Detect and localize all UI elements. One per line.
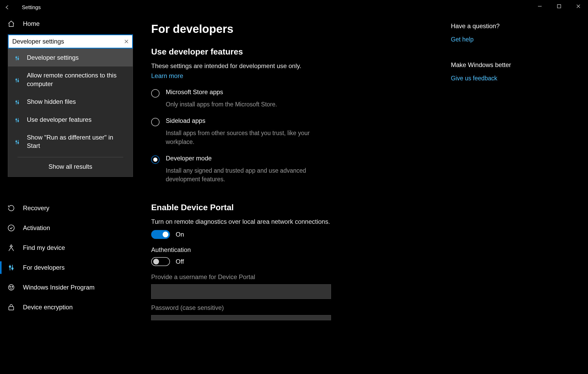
radio-description: Install apps from other sources that you… <box>166 129 327 146</box>
developers-icon <box>7 264 15 272</box>
show-all-results[interactable]: Show all results <box>8 159 133 174</box>
svg-point-13 <box>16 57 17 58</box>
divider <box>17 157 123 157</box>
search-result-item[interactable]: Show hidden files <box>8 93 133 111</box>
maximize-button[interactable] <box>549 0 569 13</box>
username-input[interactable] <box>151 284 331 299</box>
password-label: Password (case sensitive) <box>151 304 572 311</box>
developers-icon <box>14 54 21 61</box>
developers-icon <box>14 138 21 145</box>
svg-rect-10 <box>9 307 14 310</box>
clear-search-button[interactable] <box>121 35 132 48</box>
search-result-label: Allow remote connections to this compute… <box>27 71 127 88</box>
svg-point-30 <box>18 142 19 143</box>
radio-description: Only install apps from the Microsoft Sto… <box>166 100 327 109</box>
feedback-link[interactable]: Give us feedback <box>451 75 497 82</box>
get-help-link[interactable]: Get help <box>451 36 474 43</box>
search-results-dropdown: Developer settings Allow remote connecti… <box>8 49 133 177</box>
search-box[interactable] <box>8 34 133 49</box>
sidebar-item-find-my-device[interactable]: Find my device <box>0 238 141 258</box>
svg-point-5 <box>9 266 11 268</box>
back-button[interactable] <box>0 0 15 15</box>
radio-sideload[interactable]: Sideload apps <box>151 117 572 126</box>
svg-rect-1 <box>558 5 561 8</box>
search-input[interactable] <box>9 38 121 45</box>
radio-icon <box>151 155 160 164</box>
search-result-label: Developer settings <box>27 53 79 62</box>
svg-point-18 <box>18 81 19 82</box>
search-result-item[interactable]: Use developer features <box>8 111 133 129</box>
sidebar-item-label: For developers <box>23 264 65 271</box>
username-label: Provide a username for Device Portal <box>151 273 572 281</box>
learn-more-link[interactable]: Learn more <box>151 72 183 80</box>
developers-icon <box>14 116 21 123</box>
radio-label: Microsoft Store apps <box>166 88 223 96</box>
svg-point-29 <box>16 141 17 142</box>
auth-label: Authentication <box>151 246 572 254</box>
feedback-heading: Make Windows better <box>451 61 560 69</box>
sidebar-item-insider[interactable]: Windows Insider Program <box>0 278 141 297</box>
toggle-state: On <box>176 231 184 238</box>
encryption-icon <box>7 303 15 311</box>
help-heading: Have a question? <box>451 22 560 30</box>
search-result-item[interactable]: Allow remote connections to this compute… <box>8 67 133 93</box>
radio-description: Install any signed and trusted app and u… <box>166 166 327 184</box>
toggle-state: Off <box>176 258 184 265</box>
help-panel: Have a question? Get help Make Windows b… <box>451 22 560 100</box>
svg-point-25 <box>16 119 17 120</box>
recovery-icon <box>7 204 15 212</box>
svg-point-7 <box>9 285 14 290</box>
sidebar-item-recovery[interactable]: Recovery <box>0 198 141 218</box>
svg-point-21 <box>16 101 17 102</box>
svg-point-9 <box>12 286 13 287</box>
window-title: Settings <box>22 4 41 10</box>
titlebar: Settings <box>0 0 588 15</box>
svg-point-26 <box>18 120 19 121</box>
minimize-button[interactable] <box>530 0 549 13</box>
svg-point-14 <box>18 58 19 59</box>
svg-point-17 <box>16 79 17 80</box>
search-result-label: Show hidden files <box>27 98 76 106</box>
svg-point-22 <box>18 102 19 104</box>
radio-icon <box>151 89 160 98</box>
section-title: Enable Device Portal <box>151 203 572 212</box>
search-result-item[interactable]: Show "Run as different user" in Start <box>8 129 133 155</box>
search-result-item[interactable]: Developer settings <box>8 49 133 67</box>
insider-icon <box>7 283 15 291</box>
device-portal-toggle[interactable] <box>151 230 170 239</box>
section-description: Turn on remote diagnostics over local ar… <box>151 218 572 225</box>
radio-developer-mode[interactable]: Developer mode <box>151 155 572 164</box>
sidebar-item-for-developers[interactable]: For developers <box>0 258 141 278</box>
sidebar-item-label: Find my device <box>23 244 65 251</box>
activation-icon <box>7 224 15 232</box>
developers-icon <box>14 98 21 105</box>
search-result-label: Show "Run as different user" in Start <box>27 133 127 150</box>
sidebar: Recovery Activation Find my device For d… <box>0 15 141 374</box>
close-button[interactable] <box>569 0 588 13</box>
sidebar-item-activation[interactable]: Activation <box>0 218 141 238</box>
authentication-toggle[interactable] <box>151 257 170 266</box>
developers-icon <box>14 76 21 83</box>
main-content: For developers Use developer features Th… <box>141 15 588 374</box>
svg-point-8 <box>10 286 10 287</box>
radio-icon <box>151 118 160 126</box>
password-input[interactable] <box>151 315 331 320</box>
find-my-device-icon <box>7 244 15 252</box>
svg-point-2 <box>8 225 14 231</box>
svg-point-6 <box>12 268 13 269</box>
search-result-label: Use developer features <box>27 116 91 124</box>
sidebar-item-label: Activation <box>23 224 50 232</box>
radio-label: Sideload apps <box>166 117 205 124</box>
sidebar-item-label: Recovery <box>23 204 49 212</box>
sidebar-item-label: Device encryption <box>23 304 73 311</box>
sidebar-item-device-encryption[interactable]: Device encryption <box>0 297 141 317</box>
sidebar-item-label: Windows Insider Program <box>23 284 95 291</box>
radio-label: Developer mode <box>166 155 212 162</box>
